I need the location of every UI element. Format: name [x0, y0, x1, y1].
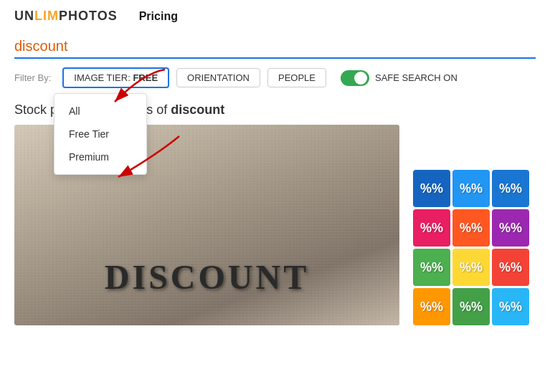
- image-tier-dropdown: All Free Tier Premium: [54, 93, 147, 175]
- cube-8: %: [452, 249, 490, 286]
- results-prefix: Stock p: [14, 102, 57, 117]
- search-query-text: discount: [14, 38, 536, 59]
- logo-photos: PHOTOS: [59, 9, 118, 24]
- cube-3: %: [492, 170, 529, 207]
- cube-11: %: [452, 288, 490, 325]
- cube-1: %: [413, 170, 450, 207]
- dropdown-item-free-tier[interactable]: Free Tier: [54, 123, 146, 145]
- cube-2: %: [452, 170, 490, 207]
- safe-search-label: SAFE SEARCH ON: [375, 72, 457, 83]
- toggle-circle: [354, 72, 367, 85]
- logo-un: UN: [14, 9, 34, 24]
- filter-bar: Filter By: IMAGE TIER: FREE ORIENTATION …: [0, 59, 550, 97]
- safe-search-container: SAFE SEARCH ON: [341, 70, 457, 86]
- image-tier-prefix: IMAGE TIER:: [74, 72, 133, 83]
- cube-5: %: [452, 209, 490, 247]
- cube-9: %: [492, 249, 529, 286]
- results-query-bold: discount: [171, 102, 224, 117]
- people-button[interactable]: PEOPLE: [267, 68, 326, 87]
- dropdown-item-all[interactable]: All: [54, 100, 146, 123]
- safe-search-toggle[interactable]: [341, 70, 369, 86]
- cube-12: %: [492, 288, 529, 325]
- percent-cubes-image[interactable]: % % % % % % % % % % % %: [407, 125, 536, 325]
- cube-4: %: [413, 209, 450, 247]
- filter-by-label: Filter By:: [14, 72, 51, 83]
- main-nav: Pricing: [139, 10, 178, 23]
- search-bar: discount: [0, 32, 550, 59]
- discount-text-3d: DISCOUNT: [105, 257, 309, 297]
- cubes-grid: % % % % % % % % % % % %: [413, 170, 529, 325]
- nav-pricing-link[interactable]: Pricing: [139, 10, 178, 22]
- cube-10: %: [413, 288, 450, 325]
- cube-7: %: [413, 249, 450, 286]
- logo-lim: LIM: [34, 9, 59, 24]
- image-tier-value: FREE: [133, 72, 158, 83]
- orientation-button[interactable]: ORIENTATION: [176, 68, 260, 87]
- cube-6: %: [492, 209, 529, 247]
- header: UNLIMPHOTOS Pricing: [0, 0, 550, 32]
- dropdown-item-premium[interactable]: Premium: [54, 145, 146, 168]
- logo[interactable]: UNLIMPHOTOS: [14, 9, 118, 24]
- image-tier-button[interactable]: IMAGE TIER: FREE: [62, 67, 169, 88]
